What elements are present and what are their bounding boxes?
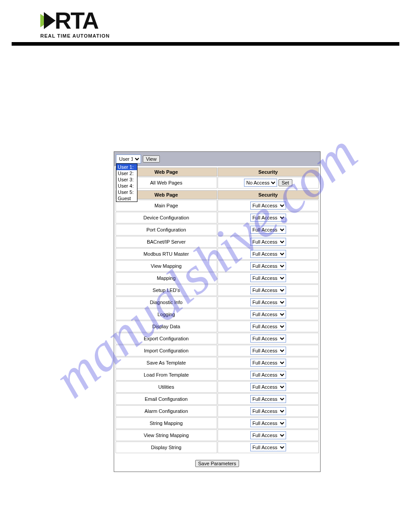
save-row: Save Parameters: [114, 455, 320, 472]
page-name-cell: Display String: [116, 442, 217, 453]
view-button[interactable]: View: [143, 155, 160, 163]
dropdown-item-user2[interactable]: User 2:: [116, 170, 137, 176]
table-header-row: Web Page Security: [116, 167, 319, 176]
all-pages-security-cell: No Access Set: [218, 177, 319, 189]
page-access-select[interactable]: Full Access: [250, 419, 286, 427]
page-security-cell: Full Access: [218, 333, 319, 344]
page-access-select[interactable]: Full Access: [250, 214, 286, 222]
table-row: View MappingFull Access: [116, 260, 319, 272]
page-security-cell: Full Access: [218, 260, 319, 272]
save-parameters-button[interactable]: Save Parameters: [195, 460, 240, 467]
page-name-cell: Port Configuration: [116, 224, 217, 236]
logo-text: RTA: [55, 9, 98, 32]
table-header-row: Web Page Security: [116, 190, 319, 199]
dropdown-item-user1[interactable]: User 1:: [116, 164, 137, 170]
user-dropdown[interactable]: User 1: User 2: User 3: User 4: User 5: …: [116, 163, 137, 202]
user-select[interactable]: User 1:: [116, 154, 141, 163]
panel-topbar: User 1: View User 1: User 2: User 3: Use…: [114, 152, 320, 166]
table-row: LoggingFull Access: [116, 309, 319, 320]
page-access-select[interactable]: Full Access: [250, 298, 286, 306]
page-name-cell: Export Configuration: [116, 333, 217, 344]
set-button[interactable]: Set: [278, 179, 292, 186]
table-row: String MappingFull Access: [116, 417, 319, 429]
dropdown-item-user5[interactable]: User 5:: [116, 189, 137, 195]
all-pages-row: All Web Pages No Access Set: [116, 177, 319, 189]
page-security-cell: Full Access: [218, 369, 319, 381]
logo-subtitle: REAL TIME AUTOMATION: [40, 33, 110, 39]
page-name-cell: Setup LED's: [116, 284, 217, 296]
page-security-cell: Full Access: [218, 429, 319, 441]
page-security-cell: Full Access: [218, 284, 319, 296]
header-divider: [12, 42, 399, 46]
pages-table: Web Page Security Main PageFull AccessDe…: [115, 190, 319, 454]
table-row: Import ConfigurationFull Access: [116, 345, 319, 356]
all-pages-table: Web Page Security All Web Pages No Acces…: [115, 167, 319, 189]
page-access-select[interactable]: Full Access: [250, 286, 286, 294]
page-security-cell: Full Access: [218, 417, 319, 429]
table-row: Device ConfigurationFull Access: [116, 212, 319, 223]
page-security-cell: Full Access: [218, 248, 319, 260]
page-access-select[interactable]: Full Access: [250, 202, 286, 210]
table-row: Load From TemplateFull Access: [116, 369, 319, 381]
page-access-select[interactable]: Full Access: [250, 383, 286, 391]
page-name-cell: Save As Template: [116, 357, 217, 369]
page-name-cell: Diagnostic Info: [116, 296, 217, 308]
header-security: Security: [218, 167, 319, 176]
dropdown-item-guest[interactable]: Guest: [116, 195, 137, 202]
page-name-cell: Modbus RTU Master: [116, 248, 217, 260]
all-pages-access-select[interactable]: No Access: [244, 179, 277, 187]
page-access-select[interactable]: Full Access: [250, 431, 286, 439]
page-security-cell: Full Access: [218, 357, 319, 369]
page-name-cell: String Mapping: [116, 417, 217, 429]
page-name-cell: Load From Template: [116, 369, 217, 381]
page-security-cell: Full Access: [218, 212, 319, 223]
page-name-cell: View String Mapping: [116, 429, 217, 441]
page-security-cell: Full Access: [218, 345, 319, 356]
page-header: RTA REAL TIME AUTOMATION: [0, 0, 411, 39]
page-security-cell: Full Access: [218, 272, 319, 284]
table-row: View String MappingFull Access: [116, 429, 319, 441]
page-security-cell: Full Access: [218, 321, 319, 332]
dropdown-item-user4[interactable]: User 4:: [116, 183, 137, 189]
page-access-select[interactable]: Full Access: [250, 347, 286, 355]
page-name-cell: View Mapping: [116, 260, 217, 272]
page-name-cell: Logging: [116, 309, 217, 320]
page-access-select[interactable]: Full Access: [250, 371, 286, 379]
table-row: MappingFull Access: [116, 272, 319, 284]
table-row: Alarm ConfigurationFull Access: [116, 405, 319, 417]
logo: RTA REAL TIME AUTOMATION: [40, 9, 116, 39]
page-name-cell: Import Configuration: [116, 345, 217, 356]
dropdown-item-user3[interactable]: User 3:: [116, 176, 137, 183]
table-row: Port ConfigurationFull Access: [116, 224, 319, 236]
table-row: Modbus RTU MasterFull Access: [116, 248, 319, 260]
page-access-select[interactable]: Full Access: [250, 310, 286, 318]
page-name-cell: Email Configuration: [116, 393, 217, 405]
page-access-select[interactable]: Full Access: [250, 238, 286, 246]
page-name-cell: Mapping: [116, 272, 217, 284]
page-access-select[interactable]: Full Access: [250, 443, 286, 451]
page-access-select[interactable]: Full Access: [250, 250, 286, 258]
page-access-select[interactable]: Full Access: [250, 407, 286, 415]
table-row: BACnet/IP ServerFull Access: [116, 236, 319, 248]
page-security-cell: Full Access: [218, 296, 319, 308]
page-security-cell: Full Access: [218, 381, 319, 393]
table-row: Display DataFull Access: [116, 321, 319, 332]
page-access-select[interactable]: Full Access: [250, 359, 286, 367]
table-row: Export ConfigurationFull Access: [116, 333, 319, 344]
page-security-cell: Full Access: [218, 236, 319, 248]
page-access-select[interactable]: Full Access: [250, 395, 286, 403]
page-security-cell: Full Access: [218, 405, 319, 417]
page-security-cell: Full Access: [218, 224, 319, 236]
page-access-select[interactable]: Full Access: [250, 335, 286, 343]
table-row: Save As TemplateFull Access: [116, 357, 319, 369]
page-name-cell: BACnet/IP Server: [116, 236, 217, 248]
table-row: Main PageFull Access: [116, 200, 319, 211]
table-row: UtilitiesFull Access: [116, 381, 319, 393]
page-access-select[interactable]: Full Access: [250, 226, 286, 234]
svg-marker-1: [44, 12, 56, 29]
page-access-select[interactable]: Full Access: [250, 262, 286, 270]
page-security-cell: Full Access: [218, 200, 319, 211]
page-name-cell: Alarm Configuration: [116, 405, 217, 417]
page-access-select[interactable]: Full Access: [250, 274, 286, 282]
page-access-select[interactable]: Full Access: [250, 322, 286, 330]
